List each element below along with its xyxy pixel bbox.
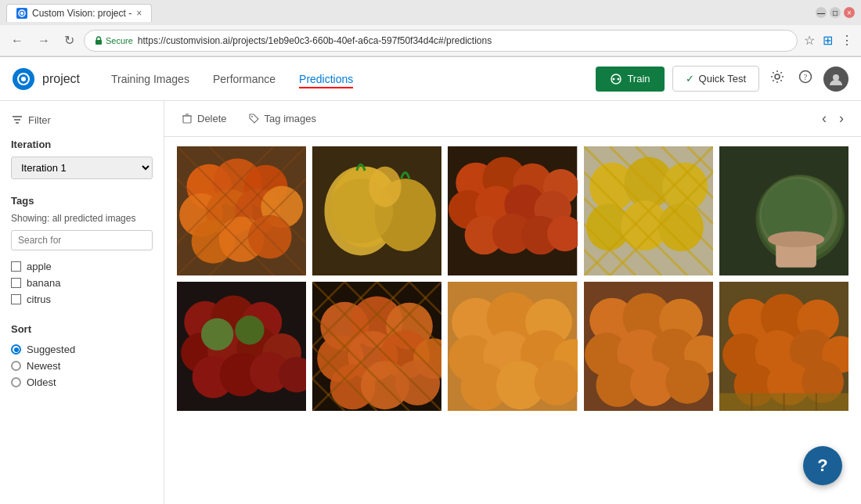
banana-checkbox[interactable] — [11, 278, 21, 288]
address-bar[interactable]: Secure https://customvision.ai/projects/… — [84, 30, 798, 52]
image-cell-1-2[interactable] — [312, 146, 441, 275]
tag-images-button[interactable]: Tag images — [244, 110, 321, 128]
svg-point-1 — [20, 12, 23, 15]
secure-badge: Secure — [94, 36, 133, 45]
train-icon — [610, 73, 622, 85]
suggested-radio[interactable] — [11, 344, 21, 355]
content-area: Delete Tag images ‹ › — [164, 101, 861, 504]
filter-icon — [11, 113, 23, 126]
restore-btn[interactable]: □ — [830, 7, 841, 18]
question-icon: ? — [798, 70, 812, 84]
sort-title: Sort — [11, 323, 153, 335]
image-grid — [164, 137, 861, 504]
menu-icon[interactable]: ⋮ — [839, 31, 855, 49]
delete-icon — [182, 113, 193, 124]
image-cell-2-2[interactable] — [312, 282, 441, 411]
svg-text:?: ? — [804, 73, 808, 81]
app-header: project Training Images Performance Pred… — [0, 57, 861, 101]
tag-citrus[interactable]: citrus — [11, 291, 153, 308]
svg-point-41 — [369, 167, 401, 207]
browser-tab[interactable]: Custom Vision: project - × — [6, 4, 152, 22]
showing-label: Showing: all predicted images — [11, 213, 153, 224]
svg-point-92 — [201, 319, 233, 351]
quick-test-button[interactable]: ✓ Quick Test — [672, 66, 759, 92]
tags-section: Tags Showing: all predicted images apple… — [11, 195, 153, 308]
browser-chrome: Custom Vision: project - × — □ × ← → ↻ S… — [0, 0, 861, 57]
sort-newest[interactable]: Newest — [11, 358, 153, 374]
sort-oldest[interactable]: Oldest — [11, 374, 153, 391]
minimize-btn[interactable]: — — [816, 7, 827, 18]
apple-checkbox[interactable] — [11, 261, 21, 272]
svg-point-18 — [251, 116, 253, 117]
lock-icon — [94, 36, 103, 45]
reload-btn[interactable]: ↻ — [59, 31, 79, 49]
iteration-section: Iteration Iteration 1 — [11, 139, 153, 179]
tags-title: Tags — [11, 195, 153, 207]
bookmark-icon[interactable]: ☆ — [802, 31, 816, 49]
svg-point-11 — [833, 74, 839, 81]
sort-suggested[interactable]: Suggested — [11, 341, 153, 358]
address-text: https://customvision.ai/projects/1eb9e0c… — [138, 35, 787, 46]
user-avatar[interactable] — [823, 67, 848, 92]
nav-predictions[interactable]: Predictions — [299, 70, 353, 88]
app-nav: Training Images Performance Predictions — [111, 70, 596, 88]
tag-search-input[interactable] — [11, 230, 153, 250]
svg-rect-15 — [183, 116, 191, 123]
svg-point-104 — [395, 360, 441, 405]
image-cell-2-5[interactable] — [719, 282, 848, 411]
window-controls: — □ × — [816, 7, 855, 18]
browser-title-bar: Custom Vision: project - × — □ × — [0, 0, 861, 25]
app-logo — [13, 68, 34, 90]
iteration-select[interactable]: Iteration 1 — [11, 157, 153, 179]
toolbar-nav: ‹ › — [817, 109, 848, 128]
next-page-btn[interactable]: › — [834, 109, 848, 128]
close-btn[interactable]: × — [844, 7, 855, 18]
svg-point-79 — [768, 231, 824, 247]
image-cell-1-4[interactable] — [584, 146, 713, 275]
prev-page-btn[interactable]: ‹ — [817, 109, 831, 128]
image-cell-2-3[interactable] — [448, 282, 577, 411]
svg-point-8 — [775, 74, 780, 79]
newest-radio[interactable] — [11, 361, 21, 371]
filter-toggle[interactable]: Filter — [11, 113, 153, 126]
back-btn[interactable]: ← — [6, 32, 28, 49]
image-cell-2-1[interactable] — [177, 282, 306, 411]
svg-point-4 — [21, 77, 26, 81]
svg-point-137 — [665, 360, 709, 404]
tab-favicon — [16, 8, 27, 19]
train-button[interactable]: Train — [596, 67, 664, 92]
delete-button[interactable]: Delete — [177, 110, 232, 128]
tag-icon — [249, 113, 260, 124]
help-button[interactable]: ? — [795, 67, 816, 91]
tab-close-btn[interactable]: × — [136, 8, 142, 19]
windows-icon[interactable]: ⊞ — [821, 31, 834, 49]
nav-performance[interactable]: Performance — [213, 70, 276, 88]
browser-nav-bar: ← → ↻ Secure https://customvision.ai/pro… — [0, 25, 861, 56]
citrus-checkbox[interactable] — [11, 294, 21, 304]
sort-section: Sort Suggested Newest Oldest — [11, 323, 153, 391]
iteration-title: Iteration — [11, 139, 153, 150]
image-cell-1-1[interactable] — [177, 146, 306, 275]
svg-point-6 — [613, 77, 615, 80]
image-cell-2-4[interactable] — [584, 282, 713, 411]
tab-title: Custom Vision: project - — [32, 8, 131, 19]
sidebar: Filter Iteration Iteration 1 Tags Showin… — [0, 101, 164, 504]
image-cell-1-5[interactable] — [719, 146, 848, 275]
app-title: project — [42, 72, 80, 86]
main-layout: Filter Iteration Iteration 1 Tags Showin… — [0, 101, 861, 504]
svg-rect-2 — [95, 40, 102, 45]
svg-point-7 — [618, 77, 620, 80]
browser-nav-icons: ☆ ⊞ ⋮ — [802, 31, 855, 49]
header-actions: Train ✓ Quick Test ? — [596, 66, 848, 92]
content-toolbar: Delete Tag images ‹ › — [164, 101, 861, 137]
gear-icon — [770, 70, 784, 84]
tag-apple[interactable]: apple — [11, 258, 153, 275]
tag-banana[interactable]: banana — [11, 275, 153, 291]
oldest-radio[interactable] — [11, 377, 21, 387]
svg-point-93 — [235, 316, 264, 345]
forward-btn[interactable]: → — [33, 32, 55, 49]
image-cell-1-3[interactable] — [448, 146, 577, 275]
help-fab-button[interactable]: ? — [803, 446, 842, 485]
settings-button[interactable] — [767, 67, 787, 91]
nav-training-images[interactable]: Training Images — [111, 70, 189, 88]
